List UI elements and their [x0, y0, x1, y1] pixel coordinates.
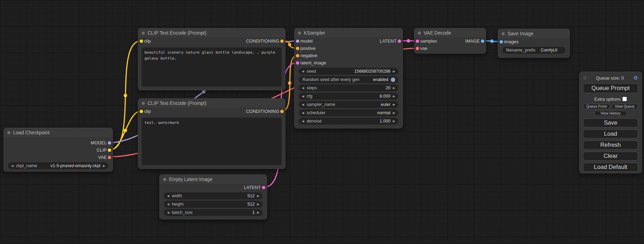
widget-random-seed[interactable]: Random seed after every gen enabled — [299, 76, 398, 83]
node-collapse-dot[interactable] — [298, 31, 301, 35]
drag-handle-icon[interactable]: ⠿ — [583, 75, 586, 81]
node-save-image[interactable]: Save Image images filename_prefix ComfyU… — [498, 29, 570, 58]
widget-value[interactable]: 156680208700286 — [354, 69, 390, 74]
widget-value[interactable]: ComfyUI — [540, 48, 557, 53]
output-port-clip[interactable] — [108, 148, 111, 152]
node-ksampler[interactable]: KSampler model LATENT positive negative … — [294, 28, 403, 128]
queue-front-button[interactable]: Queue Front — [583, 104, 610, 109]
widget-value[interactable]: 20 — [386, 85, 390, 90]
widget-width[interactable]: ◀ width 512 ▶ — [164, 192, 263, 199]
increment-arrow-icon[interactable]: ▶ — [393, 87, 395, 90]
widget-height[interactable]: ◀ height 512 ▶ — [164, 201, 263, 208]
increment-arrow-icon[interactable]: ▶ — [393, 120, 395, 123]
node-collapse-dot[interactable] — [7, 131, 10, 134]
input-port-model[interactable] — [296, 39, 299, 43]
view-queue-button[interactable]: View Queue — [611, 104, 638, 109]
node-clip-text-encode-positive[interactable]: CLIP Text Encode (Prompt) clip CONDITION… — [138, 28, 285, 90]
node-collapse-dot[interactable] — [418, 31, 421, 35]
widget-steps[interactable]: ◀ steps 20 ▶ — [299, 84, 398, 91]
increment-arrow-icon[interactable]: ▶ — [257, 211, 259, 214]
decrement-arrow-icon[interactable]: ◀ — [302, 87, 304, 90]
output-port-latent[interactable] — [262, 186, 265, 189]
increment-arrow-icon[interactable]: ▶ — [103, 164, 105, 168]
node-title-bar[interactable]: CLIP Text Encode (Prompt) — [138, 28, 285, 37]
increment-arrow-icon[interactable]: ▶ — [393, 95, 395, 98]
input-port-latent-image[interactable] — [296, 61, 299, 65]
node-title-bar[interactable]: Empty Latent Image — [160, 175, 267, 184]
decrement-arrow-icon[interactable]: ◀ — [302, 95, 304, 98]
output-port-model[interactable] — [108, 141, 111, 145]
node-title-bar[interactable]: VAE Decode — [414, 28, 486, 37]
settings-gear-icon[interactable]: ⚙ — [634, 75, 638, 81]
increment-arrow-icon[interactable]: ▶ — [257, 203, 259, 206]
random-seed-toggle[interactable] — [391, 78, 395, 82]
widget-value[interactable]: 8.000 — [380, 94, 390, 99]
increment-arrow-icon[interactable]: ▶ — [257, 195, 259, 198]
output-port-vae[interactable] — [108, 156, 111, 159]
node-clip-text-encode-negative[interactable]: CLIP Text Encode (Prompt) clip CONDITION… — [138, 98, 285, 169]
widget-scheduler[interactable]: ◀ scheduler normal ▶ — [299, 109, 398, 116]
decrement-arrow-icon[interactable]: ◀ — [167, 195, 169, 198]
widget-value[interactable]: 1.000 — [380, 119, 390, 124]
input-port-clip[interactable] — [140, 110, 143, 113]
refresh-button[interactable]: Refresh — [583, 141, 638, 150]
node-collapse-dot[interactable] — [163, 178, 166, 181]
widget-value[interactable]: enabled — [373, 77, 389, 82]
widget-value[interactable]: 1 — [252, 210, 255, 215]
decrement-arrow-icon[interactable]: ◀ — [167, 211, 169, 214]
decrement-arrow-icon[interactable]: ◀ — [302, 111, 304, 115]
node-collapse-dot[interactable] — [502, 32, 505, 35]
positive-prompt-textarea[interactable]: beautiful scenery nature glass bottle la… — [142, 47, 282, 87]
output-port-conditioning[interactable] — [280, 110, 284, 113]
widget-batch-size[interactable]: ◀ batch_size 1 ▶ — [164, 209, 263, 216]
output-port-image[interactable] — [481, 39, 484, 43]
widget-denoise[interactable]: ◀ denoise 1.000 ▶ — [299, 118, 398, 125]
output-port-conditioning[interactable] — [280, 39, 284, 43]
input-port-vae[interactable] — [416, 47, 419, 50]
node-title-bar[interactable]: CLIP Text Encode (Prompt) — [138, 99, 285, 108]
widget-value[interactable]: 512 — [247, 193, 255, 198]
node-collapse-dot[interactable] — [142, 102, 145, 105]
decrement-arrow-icon[interactable]: ◀ — [302, 70, 304, 73]
input-label-vae: vae — [420, 46, 427, 51]
node-title-bar[interactable]: Save Image — [498, 29, 570, 38]
node-empty-latent-image[interactable]: Empty Latent Image LATENT ◀ width 512 ▶ … — [159, 174, 267, 219]
clear-button[interactable]: Clear — [583, 152, 638, 161]
input-port-negative[interactable] — [296, 54, 299, 57]
input-port-samples[interactable] — [416, 39, 419, 43]
load-default-button[interactable]: Load Default — [583, 163, 638, 172]
node-vae-decode[interactable]: VAE Decode samples IMAGE vae — [414, 28, 486, 54]
input-port-images[interactable] — [500, 40, 503, 44]
node-title-bar[interactable]: Load Checkpoint — [4, 128, 113, 137]
widget-value[interactable]: 512 — [247, 202, 255, 207]
widget-value[interactable]: v1-5-pruned-emaonly.ckpt — [51, 163, 100, 168]
load-button[interactable]: Load — [583, 129, 638, 138]
widget-cfg[interactable]: ◀ cfg 8.000 ▶ — [299, 93, 398, 100]
input-port-clip[interactable] — [140, 39, 143, 43]
widget-filename-prefix[interactable]: filename_prefix ComfyUI — [502, 47, 565, 54]
widget-seed[interactable]: ◀ seed 156680208700286 ▶ — [299, 68, 398, 75]
node-title: KSampler — [304, 30, 325, 36]
extra-options-checkbox[interactable] — [623, 97, 627, 101]
input-port-positive[interactable] — [296, 47, 299, 50]
decrement-arrow-icon[interactable]: ◀ — [302, 120, 304, 123]
widget-value[interactable]: normal — [377, 110, 390, 115]
negative-prompt-textarea[interactable]: text, watermark — [142, 118, 282, 165]
input-label-clip: clip — [144, 109, 151, 114]
save-button[interactable]: Save — [583, 118, 638, 127]
decrement-arrow-icon[interactable]: ◀ — [302, 103, 304, 106]
queue-prompt-button[interactable]: Queue Prompt — [583, 83, 638, 93]
increment-arrow-icon[interactable]: ▶ — [393, 103, 395, 106]
node-collapse-dot[interactable] — [142, 31, 145, 35]
view-history-button[interactable]: View History — [594, 111, 626, 116]
increment-arrow-icon[interactable]: ▶ — [393, 111, 395, 115]
node-title-bar[interactable]: KSampler — [294, 28, 403, 37]
widget-value[interactable]: euler — [381, 102, 390, 107]
decrement-arrow-icon[interactable]: ◀ — [167, 203, 169, 206]
decrement-arrow-icon[interactable]: ◀ — [11, 164, 14, 168]
widget-ckpt-name[interactable]: ◀ ckpt_name v1-5-pruned-emaonly.ckpt ▶ — [8, 162, 108, 169]
output-port-latent[interactable] — [398, 39, 401, 43]
node-load-checkpoint[interactable]: Load Checkpoint MODEL CLIP VAE ◀ ckpt_na… — [3, 128, 113, 172]
increment-arrow-icon[interactable]: ▶ — [393, 70, 395, 73]
widget-sampler-name[interactable]: ◀ sampler_name euler ▶ — [299, 101, 398, 108]
